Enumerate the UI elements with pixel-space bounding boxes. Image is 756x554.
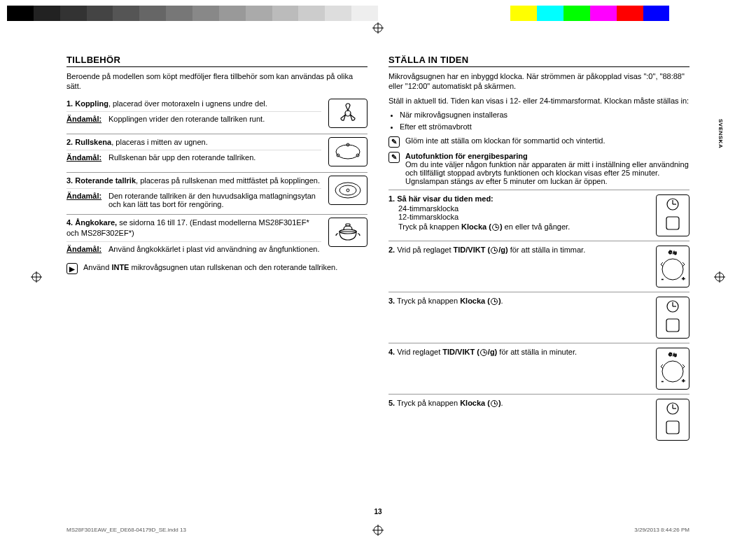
knob-panel-illustration: ⏱/g - + [656,348,690,390]
settime-intro2: Ställ in aktuell tid. Tiden kan visas i … [388,96,690,106]
accessory-illustration [328,137,368,166]
registration-mark-icon [714,271,725,283]
info-note-dst: ✎ Glöm inte att ställa om klockan för so… [388,136,690,148]
svg-point-19 [346,189,349,192]
registration-mark-icon [31,271,42,283]
note-icon: ✎ [388,152,400,163]
note-body: Om du inte väljer någon funktion när app… [405,160,690,185]
accessory-item: 2. Rullskena, placeras i mitten av ugnen… [66,134,368,172]
clock-icon [491,298,498,305]
accessory-item: 1. Koppling, placerad över motoraxeln i … [66,96,368,134]
purpose-label: Ändamål: [66,192,103,208]
svg-text:-: - [662,276,664,282]
svg-rect-33 [666,319,679,332]
bullet-item: Efter ett strömavbrott [400,122,690,132]
warning-text: Använd INTE mikrovågsugnen utan rullsken… [83,263,337,271]
footer-filename: MS28F301EAW_EE_DE68-04179D_SE.indd 13 [66,527,186,533]
purpose-text: Den roterande tallriken är den huvudsakl… [108,192,321,208]
page-number: 13 [374,508,382,516]
button-panel-illustration [656,297,690,339]
accessories-intro: Beroende på modellen som köpt medföljer … [66,71,368,92]
accessory-item: 3. Roterande tallrik, placeras på rullsk… [66,172,368,215]
svg-point-13 [336,145,360,159]
settime-bullets: När mikrovågsugnen installeras Efter ett… [388,110,690,132]
accessory-illustration [328,176,368,205]
accessory-item: 4. Ångkokare, se sidorna 16 till 17. (En… [66,214,368,259]
warning-icon: ▶ [66,263,78,274]
section-title-settime: STÄLLA IN TIDEN [388,55,690,67]
settime-intro1: Mikrovågsugnen har en inbyggd klocka. Nä… [388,71,690,92]
svg-rect-21 [346,224,350,226]
note-icon: ✎ [388,136,400,148]
svg-point-18 [340,185,356,195]
registration-mark-icon [372,22,384,34]
purpose-label: Ändamål: [66,115,103,123]
svg-text:+: + [682,276,685,282]
purpose-label: Ändamål: [66,153,103,162]
footer-timestamp: 3/29/2013 8:44:26 PM [634,527,690,533]
time-step: 5. Tryck på knappen Klocka (). [388,394,690,445]
note-title: Autofunktion för energibesparing [405,152,690,160]
accessory-illustration [328,99,368,128]
clock-icon [492,224,499,231]
bullet-item: När mikrovågsugnen installeras [400,110,690,120]
time-step: 2. Vrid på reglaget TID/VIKT (/g) för at… [388,241,690,292]
button-panel-illustration [656,194,690,236]
right-column: STÄLLA IN TIDEN Mikrovågsugnen har en in… [388,55,690,505]
time-step: 3. Tryck på knappen Klocka (). [388,292,690,343]
warning-note: ▶ Använd INTE mikrovågsugnen utan rullsk… [66,263,368,274]
svg-rect-41 [666,421,679,434]
clock-icon [491,247,498,254]
svg-point-35 [662,361,683,382]
svg-text:⏱/g: ⏱/g [668,353,676,357]
purpose-text: Använd ångkokkärlet i plast vid användni… [108,245,320,253]
svg-point-17 [335,183,360,198]
time-step: 4. Vrid reglaget TID/VIKT (/g) för att s… [388,343,690,394]
purpose-text: Rullskenan bär upp den roterande tallrik… [108,153,255,162]
purpose-label: Ändamål: [66,245,103,253]
button-panel-illustration [656,399,690,441]
section-title-accessories: TILLBEHÖR [66,55,368,67]
purpose-text: Kopplingen vrider den roterande tallrike… [108,115,265,123]
info-note-autosave: ✎ Autofunktion för energibesparing Om du… [388,152,690,185]
print-color-bar [7,6,749,21]
svg-rect-25 [666,217,679,229]
note-text: Glöm inte att ställa om klockan för somm… [405,136,606,145]
knob-panel-illustration: ⏱/g - + [656,246,690,287]
time-step: 1. Så här visar du tiden med: 24-timmars… [388,190,690,241]
svg-text:⏱/g: ⏱/g [668,250,676,255]
svg-text:+: + [682,378,685,384]
registration-mark-icon [372,525,384,536]
page-content: TILLBEHÖR Beroende på modellen som köpt … [66,55,690,505]
accessory-illustration [328,218,368,247]
svg-text:-: - [662,378,664,384]
clock-icon [480,349,487,356]
clock-icon [491,400,498,407]
left-column: TILLBEHÖR Beroende på modellen som köpt … [66,55,368,505]
svg-point-27 [662,259,683,280]
language-tab: SVENSKA [718,119,724,148]
